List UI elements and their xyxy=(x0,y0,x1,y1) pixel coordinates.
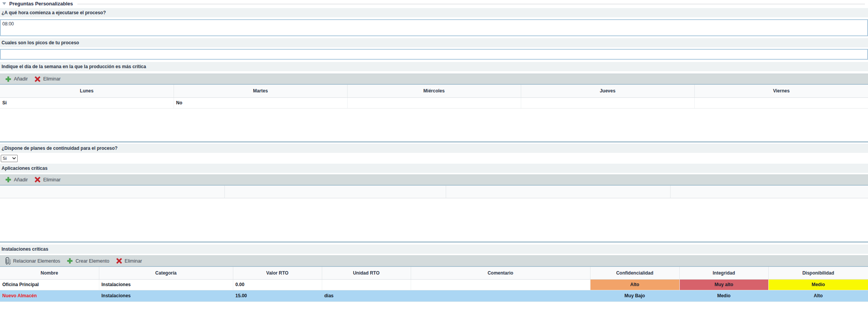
day-delete-button[interactable]: Eliminar xyxy=(33,75,62,83)
plus-icon xyxy=(5,177,11,183)
time-answer-textarea[interactable]: 08:00 xyxy=(0,19,868,36)
paperclip-icon xyxy=(5,257,10,265)
create-element-label: Crear Elemento xyxy=(75,258,109,264)
day-header-jueves: Jueves xyxy=(521,85,694,97)
day-header-viernes: Viernes xyxy=(694,85,868,97)
collapse-triangle-icon[interactable] xyxy=(2,2,6,5)
facilities-header-nombre: Nombre xyxy=(0,267,99,279)
apps-add-button[interactable]: Añadir xyxy=(4,176,29,183)
day-header-lunes: Lunes xyxy=(0,85,174,97)
facilities-header-categoria: Categoría xyxy=(99,267,233,279)
apps-header-col3 xyxy=(446,186,670,198)
day-add-button[interactable]: Añadir xyxy=(4,75,29,83)
plus-icon xyxy=(5,76,11,82)
relate-elements-button[interactable]: Relacionar Elementos xyxy=(4,256,62,265)
plus-icon xyxy=(67,258,73,264)
apps-header-col4 xyxy=(670,186,868,198)
cell-nombre: Nuevo Almacén xyxy=(0,290,99,302)
question-time-label-band: ¿A qué hora comienza a ejecutarse el pro… xyxy=(0,8,868,17)
day-table-empty-area xyxy=(0,109,868,142)
question-continuity-label-band: ¿Dispone de planes de continuidad para e… xyxy=(0,144,868,153)
day-header-martes: Martes xyxy=(174,85,347,97)
question-continuity-label: ¿Dispone de planes de continuidad para e… xyxy=(2,146,117,151)
day-add-label: Añadir xyxy=(14,76,28,82)
facilities-row-oficina-principal[interactable]: Oficina Principal Instalaciones 0.00 Alt… xyxy=(0,279,868,290)
apps-delete-button[interactable]: Eliminar xyxy=(33,176,62,183)
chevron-down-icon xyxy=(12,157,16,159)
cell-comentario xyxy=(411,279,590,290)
facilities-header-integridad: Integridad xyxy=(679,267,768,279)
day-grid-toolbar: Añadir Eliminar xyxy=(0,74,868,85)
cell-unidad-rto xyxy=(322,279,411,290)
apps-table xyxy=(0,186,868,199)
question-apps-label-band: Aplicaciones críticas xyxy=(0,164,868,173)
day-cell-martes: No xyxy=(174,97,347,108)
day-table: Lunes Martes Miércoles Jueves Viernes Si… xyxy=(0,85,868,109)
cell-categoria: Instalaciones xyxy=(99,279,233,290)
x-icon xyxy=(116,258,122,264)
continuity-select[interactable]: Si xyxy=(1,155,18,162)
cell-categoria: Instalaciones xyxy=(99,290,233,302)
question-time-label: ¿A qué hora comienza a ejecutarse el pro… xyxy=(2,10,106,15)
facilities-delete-button[interactable]: Eliminar xyxy=(115,257,144,265)
question-day-label: Indique el día de la semana en la que la… xyxy=(2,64,146,69)
section-title: Preguntas Personalizables xyxy=(9,1,73,7)
relate-elements-label: Relacionar Elementos xyxy=(13,258,60,264)
facilities-table-header-row: Nombre Categoría Valor RTO Unidad RTO Co… xyxy=(0,267,868,279)
facilities-header-disponibilidad: Disponibilidad xyxy=(768,267,868,279)
facilities-table: Nombre Categoría Valor RTO Unidad RTO Co… xyxy=(0,267,868,302)
cell-confidencialidad-alto: Alto xyxy=(590,279,679,290)
day-delete-label: Eliminar xyxy=(43,76,60,82)
cell-disponibilidad-medio: Medio xyxy=(768,279,868,290)
apps-delete-label: Eliminar xyxy=(43,177,60,183)
facilities-header-comentario: Comentario xyxy=(411,267,590,279)
x-icon xyxy=(35,76,40,82)
facilities-header-valor-rto: Valor RTO xyxy=(233,267,322,279)
cell-valor-rto: 15.00 xyxy=(233,290,322,302)
apps-add-label: Añadir xyxy=(14,177,28,183)
cell-nombre: Oficina Principal xyxy=(0,279,99,290)
cell-disponibilidad: Alto xyxy=(768,290,868,302)
continuity-select-value: Si xyxy=(3,156,7,161)
facilities-grid-toolbar: Relacionar Elementos Crear Elemento Elim… xyxy=(0,255,868,267)
cell-confidencialidad: Muy Bajo xyxy=(590,290,679,302)
section-divider xyxy=(77,4,865,4)
cell-valor-rto: 0.00 xyxy=(233,279,322,290)
question-facilities-label: Instalaciones críticas xyxy=(2,246,48,252)
apps-header-col2 xyxy=(224,186,446,198)
question-peaks-label: Cuales son los picos de tu proceso xyxy=(2,40,79,45)
day-table-row[interactable]: Si No xyxy=(0,97,868,108)
cell-integridad: Medio xyxy=(679,290,768,302)
day-cell-miercoles xyxy=(347,97,521,108)
apps-grid-toolbar: Añadir Eliminar xyxy=(0,174,868,186)
day-cell-jueves xyxy=(521,97,694,108)
question-peaks-label-band: Cuales son los picos de tu proceso xyxy=(0,38,868,47)
facilities-row-nuevo-almacen[interactable]: Nuevo Almacén Instalaciones 15.00 dias M… xyxy=(0,290,868,302)
x-icon xyxy=(35,177,40,183)
cell-unidad-rto: dias xyxy=(322,290,411,302)
day-table-header-row: Lunes Martes Miércoles Jueves Viernes xyxy=(0,85,868,97)
question-facilities-label-band: Instalaciones críticas xyxy=(0,245,868,254)
facilities-header-confidencialidad: Confidencialidad xyxy=(590,267,679,279)
cell-comentario xyxy=(411,290,590,302)
apps-table-empty-area xyxy=(0,198,868,243)
day-header-miercoles: Miércoles xyxy=(347,85,521,97)
cell-integridad-muy-alto: Muy alto xyxy=(679,279,768,290)
apps-header-col1 xyxy=(0,186,224,198)
day-cell-lunes: Si xyxy=(0,97,174,108)
create-element-button[interactable]: Crear Elemento xyxy=(65,257,111,265)
apps-table-header-row xyxy=(0,186,868,198)
question-apps-label: Aplicaciones críticas xyxy=(2,166,47,171)
question-day-label-band: Indique el día de la semana en la que la… xyxy=(0,62,868,71)
peaks-answer-textarea[interactable] xyxy=(0,49,868,60)
facilities-header-unidad-rto: Unidad RTO xyxy=(322,267,411,279)
day-cell-viernes xyxy=(694,97,868,108)
facilities-delete-label: Eliminar xyxy=(125,258,142,264)
section-header: Preguntas Personalizables xyxy=(0,0,868,6)
